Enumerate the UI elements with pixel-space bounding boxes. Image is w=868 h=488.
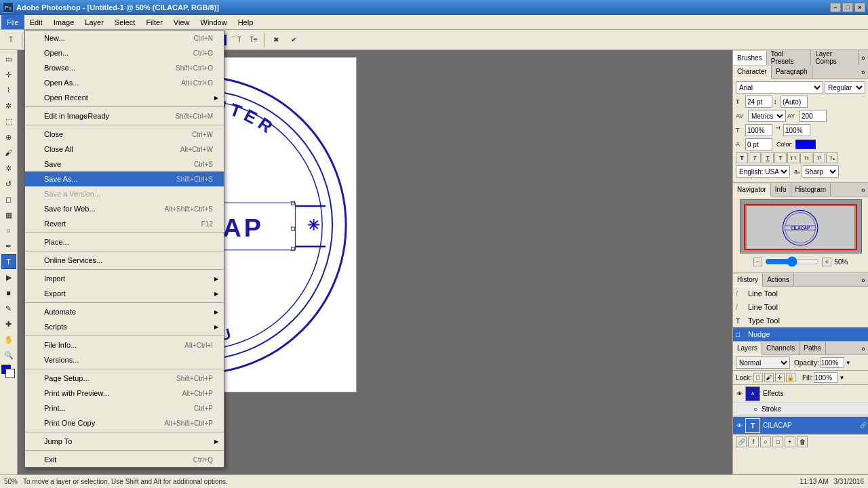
lock-image-btn[interactable]: 🖌 <box>764 373 774 382</box>
layers-mask-btn[interactable]: ○ <box>760 436 771 447</box>
layers-panel-arrow[interactable]: » <box>859 344 868 352</box>
maximize-button[interactable]: □ <box>842 3 853 12</box>
tool-type[interactable]: T <box>1 254 16 269</box>
tab-info[interactable]: Info <box>771 183 791 196</box>
layers-fill-input[interactable] <box>814 372 837 383</box>
lock-all-btn[interactable]: 🔒 <box>786 373 795 382</box>
opacity-arrow[interactable]: ▼ <box>846 360 851 366</box>
menu-open-as[interactable]: Open As... Alt+Ctrl+O <box>25 75 224 90</box>
tool-dodge[interactable]: ○ <box>1 223 16 238</box>
tool-move[interactable]: ✛ <box>1 67 16 82</box>
menu-save-web[interactable]: Save for Web... Alt+Shift+Ctrl+S <box>25 201 224 216</box>
history-item-2[interactable]: T Type Tool <box>733 314 868 327</box>
tab-actions[interactable]: Actions <box>763 273 794 286</box>
tool-history-brush[interactable]: ↺ <box>1 176 16 191</box>
fill-arrow[interactable]: ▼ <box>839 375 844 381</box>
menu-close-all[interactable]: Close All Alt+Ctrl+W <box>25 142 224 157</box>
layer-visibility-main[interactable]: 👁 <box>734 389 744 399</box>
layers-group-btn[interactable]: □ <box>772 436 783 447</box>
menu-new[interactable]: New... Ctrl+N <box>25 30 224 45</box>
menu-import[interactable]: Import <box>25 271 224 286</box>
tool-brush[interactable]: 🖌 <box>1 145 16 160</box>
history-item-1[interactable]: / Line Tool <box>733 300 868 314</box>
layer-visibility-cilacap[interactable]: 👁 <box>734 421 744 430</box>
menu-file[interactable]: File <box>1 15 24 29</box>
minimize-button[interactable]: − <box>830 3 841 12</box>
char-underline-btn[interactable]: T <box>762 152 774 163</box>
menu-open[interactable]: Open... Ctrl+O <box>25 45 224 60</box>
char-tracking-input[interactable] <box>800 110 827 122</box>
menu-close[interactable]: Close Ctrl+W <box>25 127 224 142</box>
char-font-style[interactable]: Regular <box>825 81 865 94</box>
layers-delete-btn[interactable]: 🗑 <box>797 436 808 447</box>
tab-paths[interactable]: Paths <box>800 342 826 354</box>
char-kerning-select[interactable]: Metrics <box>748 110 786 122</box>
menu-page-setup[interactable]: Page Setup... Shift+Ctrl+P <box>25 371 224 386</box>
menu-window[interactable]: Window <box>195 15 233 29</box>
tool-magic-wand[interactable]: ✲ <box>1 98 16 113</box>
char-hscale-input[interactable] <box>745 124 772 136</box>
char-size-input[interactable] <box>745 96 772 108</box>
menu-place[interactable]: Place... <box>25 235 224 249</box>
char-baseline-input[interactable] <box>745 138 772 150</box>
char-vscale-input[interactable] <box>783 124 810 136</box>
char-lang-select[interactable]: English: USA <box>736 165 790 178</box>
menu-image[interactable]: Image <box>48 15 80 29</box>
char-allcaps-btn[interactable]: TT <box>787 152 800 163</box>
layer-row-stroke[interactable]: ○ Stroke <box>733 403 868 416</box>
menu-help[interactable]: Help <box>233 15 259 29</box>
history-item-3[interactable]: □ Nudge <box>733 327 868 341</box>
tool-marquee[interactable]: ▭ <box>1 52 16 66</box>
tab-navigator[interactable]: Navigator <box>733 184 771 197</box>
history-panel-arrow[interactable]: » <box>859 276 868 284</box>
tool-gradient[interactable]: ▦ <box>1 207 16 222</box>
char-color-swatch[interactable] <box>795 140 816 149</box>
tab-character[interactable]: Character <box>733 66 772 79</box>
menu-jump-to[interactable]: Jump To <box>25 434 224 449</box>
tab-channels[interactable]: Channels <box>762 342 800 354</box>
menu-print[interactable]: Print... Ctrl+P <box>25 401 224 415</box>
menu-filter[interactable]: Filter <box>140 15 167 29</box>
menu-exit[interactable]: Exit Ctrl+Q <box>25 452 224 467</box>
tool-eraser[interactable]: ◻ <box>1 192 16 207</box>
cancel-edit-btn[interactable]: ✖ <box>268 32 284 48</box>
menu-open-recent[interactable]: Open Recent <box>25 90 224 105</box>
tool-crop[interactable]: ⬚ <box>1 114 16 129</box>
menu-versions[interactable]: Versions... <box>25 352 224 367</box>
tool-hand[interactable]: ✋ <box>1 332 16 347</box>
menu-browse[interactable]: Browse... Shift+Ctrl+O <box>25 60 224 75</box>
file-dropdown-menu[interactable]: New... Ctrl+N Open... Ctrl+O Browse... S… <box>24 30 224 468</box>
layers-opacity-input[interactable] <box>821 357 844 368</box>
tool-eyedropper[interactable]: ✚ <box>1 317 16 331</box>
close-button[interactable]: × <box>854 3 865 12</box>
menu-export[interactable]: Export <box>25 286 224 301</box>
color-swatches[interactable] <box>1 365 16 380</box>
char-strikethrough-btn[interactable]: T <box>774 152 787 163</box>
char-panel-arrow[interactable]: » <box>859 68 868 76</box>
tool-heal[interactable]: ⊕ <box>1 129 16 144</box>
menu-layer[interactable]: Layer <box>79 15 109 29</box>
menu-edit[interactable]: Edit <box>24 15 48 29</box>
lock-position-btn[interactable]: ✛ <box>775 373 785 382</box>
tool-pen[interactable]: ✒ <box>1 239 16 253</box>
tab-paragraph[interactable]: Paragraph <box>772 65 812 78</box>
tab-history[interactable]: History <box>733 274 763 287</box>
char-bold-btn[interactable]: T <box>736 152 748 163</box>
layers-link-btn[interactable]: 🔗 <box>736 436 747 447</box>
menu-scripts[interactable]: Scripts <box>25 319 224 334</box>
menu-automate[interactable]: Automate <box>25 304 224 319</box>
layer-row-cilacap[interactable]: 👁 T CILACAP 🔗 <box>733 417 868 434</box>
tool-path-select[interactable]: ▶ <box>1 270 16 285</box>
tab-brushes[interactable]: Brushes <box>733 51 767 66</box>
tool-zoom[interactable]: 🔍 <box>1 348 16 363</box>
tab-histogram[interactable]: Histogram <box>791 183 831 196</box>
menu-save[interactable]: Save Ctrl+S <box>25 157 224 171</box>
menu-print-one-copy[interactable]: Print One Copy Alt+Shift+Ctrl+P <box>25 415 224 430</box>
nav-zoom-in[interactable]: + <box>822 258 831 266</box>
lock-transparent-btn[interactable]: □ <box>753 373 763 382</box>
menu-online-services[interactable]: Online Services... <box>25 253 224 268</box>
char-super-btn[interactable]: T¹ <box>813 152 825 163</box>
layer-row-main[interactable]: 👁 A Effects <box>733 385 868 403</box>
menu-edit-imageready[interactable]: Edit in ImageReady Shift+Ctrl+M <box>25 108 224 123</box>
layers-blend-mode-select[interactable]: Normal <box>736 357 790 369</box>
